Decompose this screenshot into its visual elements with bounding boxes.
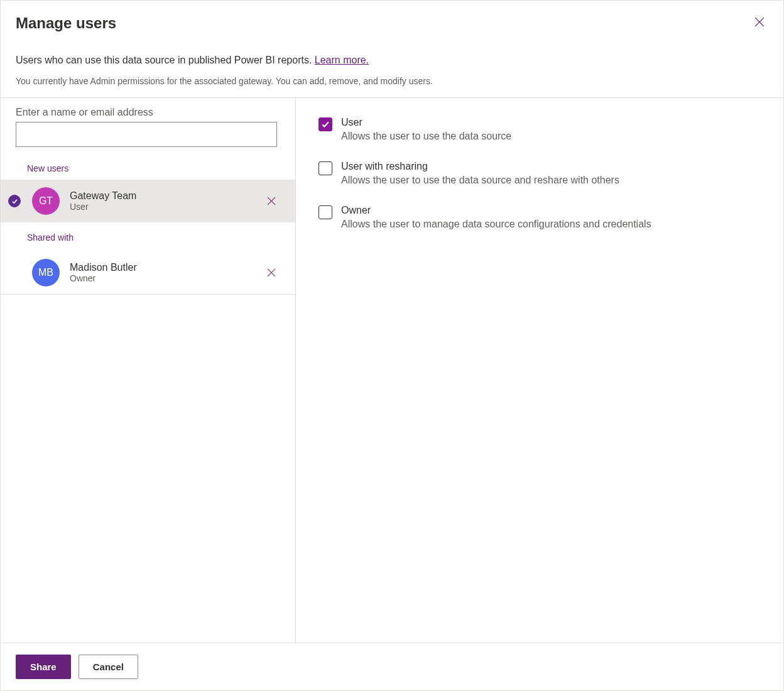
user-info: Madison Butler Owner xyxy=(70,262,263,283)
learn-more-link[interactable]: Learn more. xyxy=(315,55,369,65)
user-info: Gateway Team User xyxy=(70,190,263,212)
select-badge-icon[interactable] xyxy=(8,195,21,207)
permission-option-owner: Owner Allows the user to manage data sou… xyxy=(318,205,761,230)
share-button[interactable]: Share xyxy=(16,655,71,679)
permission-option-resharing: User with resharing Allows the user to u… xyxy=(318,161,761,186)
permission-option-user: User Allows the user to use the data sou… xyxy=(318,117,761,142)
permission-text: Owner Allows the user to manage data sou… xyxy=(341,205,761,230)
shared-with-label: Shared with xyxy=(1,222,295,251)
close-icon[interactable] xyxy=(751,13,768,31)
avatar: MB xyxy=(32,259,60,286)
dialog-title: Manage users xyxy=(16,14,768,32)
permission-text: User Allows the user to use the data sou… xyxy=(341,117,761,142)
dialog-body: Enter a name or email address New users … xyxy=(1,98,783,643)
manage-users-dialog: Manage users Users who can use this data… xyxy=(0,0,784,691)
remove-user-icon[interactable] xyxy=(263,192,280,210)
user-name: Madison Butler xyxy=(70,262,263,273)
permission-title: User with resharing xyxy=(341,161,761,172)
users-list: New users GT Gateway Team User xyxy=(1,147,295,295)
right-pane: User Allows the user to use the data sou… xyxy=(296,98,783,643)
user-role: Owner xyxy=(70,273,263,283)
avatar: GT xyxy=(32,187,60,215)
dialog-description: Users who can use this data source in pu… xyxy=(16,55,768,66)
permission-title: User xyxy=(341,117,761,128)
email-input[interactable] xyxy=(16,122,277,147)
permission-checkbox[interactable] xyxy=(318,161,332,175)
enter-section: Enter a name or email address xyxy=(1,98,295,147)
new-users-label: New users xyxy=(1,147,295,180)
user-row[interactable]: MB Madison Butler Owner xyxy=(1,251,295,294)
permission-description: Allows the user to use the data source xyxy=(341,131,761,142)
email-input-label: Enter a name or email address xyxy=(16,107,280,118)
remove-user-icon[interactable] xyxy=(263,264,280,281)
permission-text: User with resharing Allows the user to u… xyxy=(341,161,761,186)
dialog-header: Manage users Users who can use this data… xyxy=(1,1,783,98)
permission-checkbox[interactable] xyxy=(318,205,332,219)
permission-description: Allows the user to use the data source a… xyxy=(341,175,761,186)
cancel-button[interactable]: Cancel xyxy=(79,655,138,679)
dialog-footer: Share Cancel xyxy=(1,643,783,690)
permission-checkbox[interactable] xyxy=(318,117,332,131)
user-role: User xyxy=(70,202,263,212)
left-pane: Enter a name or email address New users … xyxy=(1,98,296,643)
user-row[interactable]: GT Gateway Team User xyxy=(1,180,295,222)
permission-title: Owner xyxy=(341,205,761,216)
permission-description: Allows the user to manage data source co… xyxy=(341,219,761,230)
user-name: Gateway Team xyxy=(70,190,263,202)
permissions-note: You currently have Admin permissions for… xyxy=(16,76,768,86)
